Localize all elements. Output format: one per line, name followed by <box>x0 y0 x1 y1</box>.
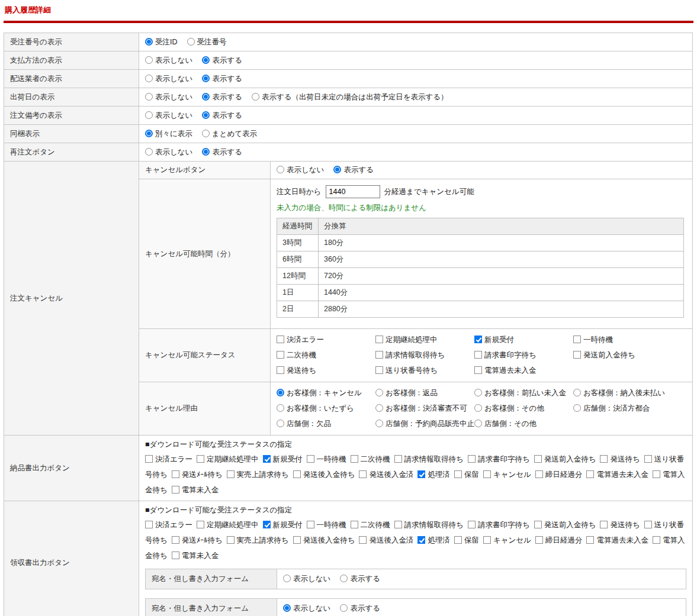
radio-icon[interactable] <box>202 130 210 137</box>
checkbox-option[interactable]: 発送後入金待ち <box>293 536 355 544</box>
checkbox-icon[interactable] <box>600 521 608 528</box>
checkbox-option[interactable]: 送り状番号待ち <box>375 366 474 376</box>
checkbox-icon[interactable] <box>417 470 425 478</box>
checkbox-icon[interactable] <box>145 455 153 463</box>
radio-option[interactable]: 表示する <box>340 574 380 584</box>
checkbox-icon[interactable] <box>394 521 402 528</box>
radio-option[interactable]: 表示しない <box>145 56 192 66</box>
radio-option[interactable]: 表示する <box>202 56 242 66</box>
checkbox-option[interactable]: 電算過去未入金 <box>586 536 648 544</box>
checkbox-option[interactable]: 決済エラー <box>145 455 192 463</box>
radio-option[interactable]: 表示しない <box>283 574 330 584</box>
radio-icon[interactable] <box>340 575 348 582</box>
checkbox-option[interactable]: 保留 <box>454 470 479 479</box>
radio-icon[interactable] <box>202 93 210 101</box>
checkbox-icon[interactable] <box>172 536 179 544</box>
radio-option[interactable]: 店舗側：決済方都合 <box>573 404 686 414</box>
checkbox-option[interactable]: 定期継続処理中 <box>197 521 259 529</box>
checkbox-option[interactable]: 実売上請求待ち <box>227 536 289 544</box>
radio-icon[interactable] <box>474 420 482 427</box>
radio-icon[interactable] <box>145 148 153 156</box>
checkbox-icon[interactable] <box>586 470 594 478</box>
radio-icon[interactable] <box>145 75 153 82</box>
checkbox-icon[interactable] <box>375 366 383 374</box>
radio-option[interactable]: 表示しない <box>145 74 192 84</box>
checkbox-option[interactable]: 電算未入金 <box>172 486 219 494</box>
checkbox-icon[interactable] <box>653 536 660 544</box>
radio-option[interactable]: まとめて表示 <box>202 129 257 139</box>
checkbox-icon[interactable] <box>307 455 314 463</box>
checkbox-option[interactable]: 請求書印字待ち <box>474 350 573 360</box>
checkbox-icon[interactable] <box>227 536 235 544</box>
radio-option[interactable]: 店舗側：欠品 <box>277 419 375 429</box>
checkbox-option[interactable]: 請求書印字待ち <box>468 521 530 529</box>
checkbox-option[interactable]: 新規受付 <box>263 521 303 529</box>
checkbox-option[interactable]: 一時待機 <box>307 455 346 463</box>
radio-option[interactable]: お客様側：いたずら <box>277 404 375 414</box>
radio-option[interactable]: 表示しない <box>277 165 324 175</box>
checkbox-icon[interactable] <box>468 521 476 528</box>
checkbox-option[interactable]: 定期継続処理中 <box>375 335 474 345</box>
radio-option[interactable]: お客様側：決済審査不可 <box>375 404 474 414</box>
checkbox-option[interactable]: 保留 <box>454 536 479 544</box>
checkbox-icon[interactable] <box>351 521 358 528</box>
checkbox-icon[interactable] <box>197 455 204 463</box>
checkbox-icon[interactable] <box>474 351 482 359</box>
checkbox-icon[interactable] <box>534 521 542 528</box>
radio-icon[interactable] <box>187 38 195 46</box>
radio-icon[interactable] <box>375 420 383 427</box>
checkbox-icon[interactable] <box>535 536 543 544</box>
checkbox-option[interactable]: 請求情報取得待ち <box>375 350 474 360</box>
checkbox-icon[interactable] <box>375 336 383 343</box>
checkbox-icon[interactable] <box>417 536 425 544</box>
checkbox-icon[interactable] <box>172 552 179 559</box>
checkbox-icon[interactable] <box>474 366 482 374</box>
radio-icon[interactable] <box>277 166 284 173</box>
radio-icon[interactable] <box>573 389 581 396</box>
radio-icon[interactable] <box>145 111 153 119</box>
checkbox-option[interactable]: 電算未入金 <box>172 552 219 560</box>
checkbox-option[interactable]: 発送前入金待ち <box>534 521 596 529</box>
checkbox-icon[interactable] <box>394 455 402 463</box>
checkbox-icon[interactable] <box>483 536 491 544</box>
radio-icon[interactable] <box>145 56 153 64</box>
radio-option[interactable]: お客様側：納入後未払い <box>573 388 686 398</box>
checkbox-option[interactable]: 二次待機 <box>277 350 375 360</box>
radio-option[interactable]: 表示する <box>202 111 242 121</box>
checkbox-option[interactable]: 締日経過分 <box>535 536 583 544</box>
checkbox-icon[interactable] <box>454 470 462 478</box>
checkbox-icon[interactable] <box>474 336 482 343</box>
checkbox-icon[interactable] <box>573 336 581 343</box>
checkbox-option[interactable]: 決済エラー <box>277 335 375 345</box>
checkbox-icon[interactable] <box>483 470 491 478</box>
radio-option[interactable]: 店舗側：予約商品販売中止 <box>375 419 474 429</box>
checkbox-option[interactable]: 請求書印字待ち <box>468 455 530 463</box>
checkbox-option[interactable]: 実売上請求待ち <box>227 470 289 479</box>
checkbox-option[interactable]: 新規受付 <box>263 455 303 463</box>
cancel-minutes-input[interactable] <box>326 185 380 198</box>
radio-option[interactable]: 表示する（出荷日未定の場合は出荷予定日を表示する） <box>252 92 448 102</box>
checkbox-option[interactable]: 発送待ち <box>600 521 640 529</box>
checkbox-option[interactable]: 請求情報取得待ち <box>394 521 464 529</box>
radio-option[interactable]: 表示しない <box>145 147 192 157</box>
radio-icon[interactable] <box>283 604 291 612</box>
checkbox-option[interactable]: 発送待ち <box>600 455 640 463</box>
checkbox-icon[interactable] <box>145 521 153 528</box>
radio-option[interactable]: 表示する <box>202 147 242 157</box>
radio-option[interactable]: 表示する <box>202 74 242 84</box>
radio-icon[interactable] <box>283 575 291 582</box>
checkbox-icon[interactable] <box>277 366 284 374</box>
radio-icon[interactable] <box>145 93 153 101</box>
checkbox-option[interactable]: 請求情報取得待ち <box>394 455 464 463</box>
radio-option[interactable]: 表示しない <box>283 604 330 614</box>
radio-icon[interactable] <box>145 130 153 137</box>
radio-icon[interactable] <box>474 404 482 412</box>
checkbox-option[interactable]: 処理済 <box>417 470 450 479</box>
radio-icon[interactable] <box>202 56 210 64</box>
checkbox-icon[interactable] <box>586 536 594 544</box>
radio-option[interactable]: お客様側：前払い未入金 <box>474 388 573 398</box>
checkbox-option[interactable]: 発送後入金済 <box>359 470 413 479</box>
checkbox-option[interactable]: 電算過去未入金 <box>586 470 648 479</box>
radio-icon[interactable] <box>277 420 284 427</box>
checkbox-icon[interactable] <box>277 336 284 343</box>
